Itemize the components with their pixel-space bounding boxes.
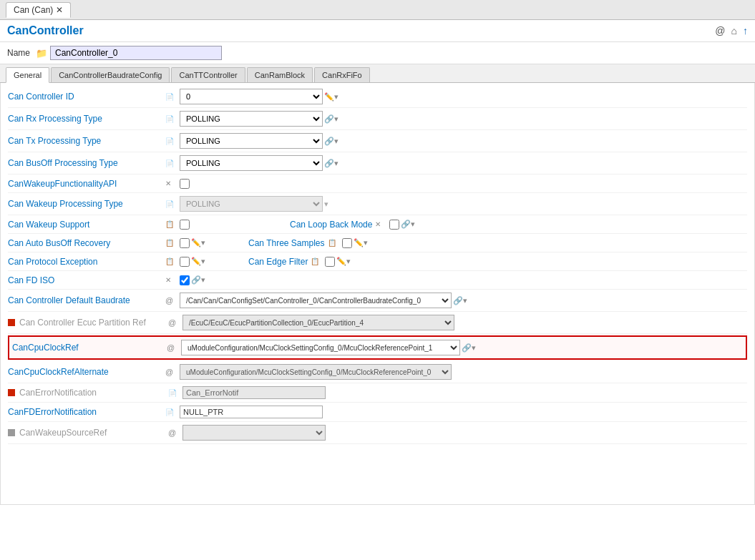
page-header: CanController @ ⌂ ↑ [0, 20, 755, 42]
can-controller-default-baudrate-edit-btn[interactable]: 🔗▾ [453, 296, 467, 305]
top-tab-bar: Can (Can) ✕ [0, 0, 755, 20]
row-can-busoff-processing-type: Can BusOff Processing Type 📄 POLLING INT… [8, 152, 747, 175]
can-three-samples-edit-btn[interactable]: ✏️▾ [354, 238, 368, 247]
can-three-samples-checkbox[interactable] [342, 238, 352, 248]
row-can-fd-iso: Can FD ISO ✕ 🔗▾ [8, 271, 747, 290]
can-fd-error-notification-label[interactable]: CanFDErrorNotification [8, 407, 165, 417]
can-loop-back-mode-label[interactable]: Can Loop Back Mode [290, 220, 372, 230]
can-cpu-clock-ref-edit-btn[interactable]: 🔗▾ [462, 343, 476, 353]
tab-general[interactable]: General [6, 67, 49, 83]
row-can-tx-processing-type: Can Tx Processing Type 📄 POLLING INTERRU… [8, 130, 747, 152]
can-wakeup-source-ref-icon: @ [168, 428, 181, 437]
name-input[interactable] [50, 46, 222, 60]
tabs-row: General CanControllerBaudrateConfig CanT… [0, 64, 755, 83]
row-can-fd-error-notification: CanFDErrorNotification 📄 [8, 403, 747, 422]
tab-rx-fifo[interactable]: CanRxFiFo [314, 67, 370, 82]
can-wakeup-support-checkbox[interactable] [180, 220, 190, 230]
can-controller-id-select[interactable]: 0 [180, 89, 323, 104]
can-edge-filter-edit-btn[interactable]: ✏️▾ [336, 257, 351, 266]
can-error-notification-label: CanErrorNotification [19, 388, 168, 398]
row-can-cpu-clock-ref-alternate: CanCpuClockRefAlternate @ uModuleConfigu… [8, 361, 747, 383]
content-area: Can Controller ID 📄 0 ✏️▾ Can Rx Process… [0, 83, 755, 505]
can-auto-busoff-recovery-label[interactable]: Can Auto BusOff Recovery [8, 238, 165, 248]
can-controller-id-label[interactable]: Can Controller ID [8, 92, 165, 102]
can-wakeup-processing-type-icon: 📄 [165, 200, 178, 208]
can-controller-ecuc-partition-ref-select[interactable]: /EcuC/EcuC/EcucPartitionCollection_0/Ecu… [182, 315, 454, 330]
can-three-samples-label[interactable]: Can Three Samples [248, 238, 325, 248]
row-can-controller-default-baudrate: Can Controller Default Baudrate @ /Can/C… [8, 290, 747, 312]
can-auto-busoff-recovery-checkbox[interactable] [180, 238, 190, 248]
can-wakeup-source-ref-label: CanWakeupSourceRef [19, 428, 168, 438]
can-rx-processing-type-icon: 📄 [165, 115, 178, 123]
name-row: Name 📁 [0, 42, 755, 64]
can-busoff-processing-type-select[interactable]: POLLING INTERRUPT [180, 155, 323, 171]
can-rx-processing-type-select[interactable]: POLLING INTERRUPT [180, 111, 323, 127]
export-icon[interactable]: ↑ [743, 25, 748, 36]
can-protocol-exception-checkbox[interactable] [180, 257, 190, 267]
can-tx-processing-type-icon: 📄 [165, 137, 178, 145]
can-controller-ecuc-partition-ref-label: Can Controller Ecuc Partition Ref [19, 318, 168, 328]
can-loop-back-mode-checkbox[interactable] [389, 220, 399, 230]
can-cpu-clock-ref-alternate-icon: @ [165, 368, 178, 376]
can-rx-processing-type-label[interactable]: Can Rx Processing Type [8, 114, 165, 124]
can-cpu-clock-ref-label[interactable]: CanCpuClockRef [9, 343, 167, 353]
top-tab-can[interactable]: Can (Can) ✕ [6, 2, 71, 18]
can-fd-iso-edit-btn[interactable]: 🔗▾ [191, 275, 205, 285]
can-auto-busoff-recovery-edit-btn[interactable]: ✏️▾ [191, 238, 205, 247]
can-controller-id-icon: 📄 [165, 93, 178, 101]
can-controller-ecuc-partition-ref-icon: @ [168, 318, 181, 327]
can-fd-iso-icon: ✕ [165, 276, 178, 284]
can-wakeup-processing-type-select[interactable]: POLLING [180, 196, 323, 212]
page-title: CanController [7, 24, 84, 37]
can-tx-processing-type-label[interactable]: Can Tx Processing Type [8, 136, 165, 146]
tab-baudrate-config[interactable]: CanControllerBaudrateConfig [51, 67, 170, 82]
row-can-wakeup-functionality-api: CanWakeupFunctionalityAPI ✕ [8, 175, 747, 193]
can-wakeup-processing-type-arrow: ▾ [324, 200, 328, 209]
row-can-cpu-clock-ref: CanCpuClockRef @ uModuleConfiguration/Mc… [8, 335, 747, 360]
row-can-wakeup-support: Can Wakeup Support 📋 Can Loop Back Mode … [8, 215, 747, 234]
can-loop-back-mode-icon: ✕ [375, 220, 388, 228]
tab-tt-controller[interactable]: CanTTController [171, 67, 245, 82]
can-cpu-clock-ref-alternate-label[interactable]: CanCpuClockRefAlternate [8, 367, 165, 377]
can-busoff-processing-type-icon: 📄 [165, 159, 178, 167]
can-cpu-clock-ref-select[interactable]: uModuleConfiguration/McuClockSettingConf… [181, 340, 460, 355]
can-edge-filter-label[interactable]: Can Edge Filter [248, 257, 308, 267]
can-edge-filter-icon: 📋 [311, 257, 323, 265]
can-controller-id-edit-btn[interactable]: ✏️▾ [324, 92, 338, 102]
can-edge-filter-checkbox[interactable] [325, 257, 335, 267]
can-protocol-exception-edit-btn[interactable]: ✏️▾ [191, 257, 205, 266]
can-fd-iso-label[interactable]: Can FD ISO [8, 275, 165, 285]
can-protocol-exception-label[interactable]: Can Protocol Exception [8, 257, 165, 267]
can-wakeup-source-ref-indicator [8, 429, 15, 436]
can-wakeup-source-ref-select[interactable] [182, 425, 326, 441]
can-cpu-clock-ref-alternate-select[interactable]: uModuleConfiguration/McuClockSettingConf… [180, 364, 452, 380]
can-controller-ecuc-partition-ref-indicator [8, 319, 15, 326]
can-wakeup-support-label[interactable]: Can Wakeup Support [8, 220, 165, 230]
can-tx-processing-type-select[interactable]: POLLING INTERRUPT [180, 133, 323, 149]
can-error-notification-input[interactable] [182, 386, 326, 399]
can-tx-processing-type-edit-btn[interactable]: 🔗▾ [324, 137, 338, 146]
row-can-error-notification: CanErrorNotification 📄 [8, 383, 747, 403]
can-fd-error-notification-icon: 📄 [165, 408, 178, 416]
can-error-notification-icon: 📄 [168, 389, 181, 397]
can-busoff-processing-type-edit-btn[interactable]: 🔗▾ [324, 159, 338, 168]
can-loop-back-mode-edit-btn[interactable]: 🔗▾ [401, 220, 415, 229]
at-header-icon[interactable]: @ [715, 25, 725, 36]
can-fd-iso-checkbox[interactable] [180, 275, 190, 285]
can-wakeup-functionality-api-label[interactable]: CanWakeupFunctionalityAPI [8, 179, 165, 189]
can-rx-processing-type-edit-btn[interactable]: 🔗▾ [324, 114, 338, 124]
can-wakeup-functionality-api-checkbox[interactable] [180, 179, 190, 189]
tab-ram-block[interactable]: CanRamBlock [247, 67, 313, 82]
row-can-controller-id: Can Controller ID 📄 0 ✏️▾ [8, 86, 747, 108]
can-controller-default-baudrate-label[interactable]: Can Controller Default Baudrate [8, 295, 165, 305]
home-icon[interactable]: ⌂ [731, 25, 737, 36]
row-can-wakeup-processing-type: Can Wakeup Processing Type 📄 POLLING ▾ [8, 193, 747, 215]
can-controller-default-baudrate-icon: @ [165, 296, 178, 305]
can-fd-error-notification-input[interactable] [180, 406, 323, 418]
row-can-protocol-exception: Can Protocol Exception 📋 ✏️▾ Can Edge Fi… [8, 252, 747, 271]
window-container: Can (Can) ✕ CanController @ ⌂ ↑ Name 📁 G… [0, 0, 755, 505]
can-wakeup-processing-type-label[interactable]: Can Wakeup Processing Type [8, 199, 165, 209]
can-controller-default-baudrate-select[interactable]: /Can/Can/CanConfigSet/CanController_0/Ca… [180, 293, 452, 308]
can-three-samples-icon: 📋 [328, 239, 341, 247]
can-busoff-processing-type-label[interactable]: Can BusOff Processing Type [8, 158, 165, 168]
